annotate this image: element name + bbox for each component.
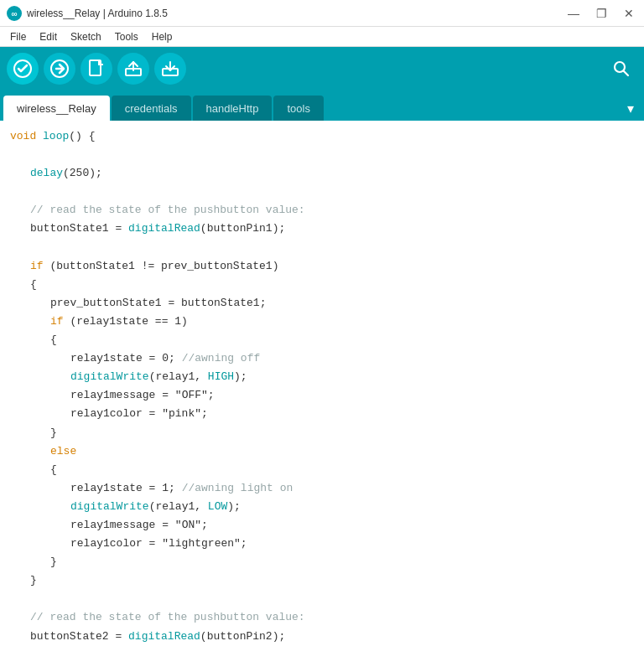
save-button[interactable] [154, 53, 186, 85]
verify-button[interactable] [7, 53, 39, 85]
code-line: // read the state of the pushbutton valu… [10, 608, 644, 627]
code-line: { [10, 461, 644, 479]
code-line: else [10, 442, 644, 461]
open-button[interactable] [117, 53, 149, 85]
code-line: relay1state = 1; //awning light on [10, 479, 644, 498]
code-line [10, 146, 644, 164]
close-button[interactable]: ✕ [621, 7, 637, 20]
code-line: relay1state = 0; //awning off [10, 349, 644, 368]
arduino-logo: ∞ [7, 6, 22, 21]
code-line: digitalWrite(relay1, HIGH); [10, 368, 644, 386]
svg-line-10 [624, 71, 629, 76]
tab-credentials[interactable]: credentials [112, 96, 191, 121]
menu-bar: File Edit Sketch Tools Help [0, 27, 644, 47]
title-bar: ∞ wireless__Relay | Arduino 1.8.5 — ❐ ✕ [0, 0, 644, 27]
maximize-button[interactable]: ❐ [593, 7, 610, 20]
tabs-dropdown-button[interactable]: ▾ [621, 96, 641, 121]
tab-wireless-relay[interactable]: wireless__Relay [3, 96, 110, 121]
code-editor[interactable]: void loop() { delay(250); // read the st… [0, 121, 644, 672]
code-line: void loop() { [10, 127, 644, 146]
code-line: { [10, 331, 644, 349]
title-bar-left: ∞ wireless__Relay | Arduino 1.8.5 [7, 6, 168, 21]
code-line [10, 239, 644, 257]
code-line: // read the state of the pushbutton valu… [10, 201, 644, 220]
code-line [10, 183, 644, 201]
code-line: prev_buttonState1 = buttonState1; [10, 294, 644, 313]
code-line: { [10, 276, 644, 294]
menu-file[interactable]: File [3, 29, 33, 44]
new-button[interactable] [80, 53, 112, 85]
menu-edit[interactable]: Edit [33, 29, 64, 44]
tabs-bar: wireless__Relay credentials handleHttp t… [0, 90, 644, 121]
code-line: if (relay1state == 1) [10, 313, 644, 331]
search-button[interactable] [605, 53, 637, 85]
toolbar [0, 47, 644, 90]
minimize-button[interactable]: — [564, 7, 583, 20]
code-line: buttonState1 = digitalRead(buttonPin1); [10, 220, 644, 238]
code-line: } [10, 424, 644, 442]
tab-handlehttp[interactable]: handleHttp [193, 96, 273, 121]
code-line: if (buttonState1 != prev_buttonState1) [10, 257, 644, 276]
code-line [10, 590, 644, 608]
title-bar-controls: — ❐ ✕ [564, 7, 637, 20]
code-line: } [10, 571, 644, 590]
menu-sketch[interactable]: Sketch [64, 29, 108, 44]
code-line: relay1color = "pink"; [10, 405, 644, 423]
code-line: relay1color = "lightgreen"; [10, 535, 644, 553]
code-line: relay1message = "ON"; [10, 516, 644, 535]
code-line: relay1message = "OFF"; [10, 386, 644, 405]
upload-button[interactable] [44, 53, 75, 85]
svg-text:∞: ∞ [11, 9, 17, 18]
code-line: delay(250); [10, 164, 644, 183]
code-line: digitalWrite(relay1, LOW); [10, 498, 644, 516]
code-line: buttonState2 = digitalRead(buttonPin2); [10, 628, 644, 646]
menu-help[interactable]: Help [145, 29, 179, 44]
menu-tools[interactable]: Tools [108, 29, 145, 44]
code-line: } [10, 553, 644, 571]
title-text: wireless__Relay | Arduino 1.8.5 [27, 8, 168, 19]
tab-tools[interactable]: tools [273, 96, 323, 121]
